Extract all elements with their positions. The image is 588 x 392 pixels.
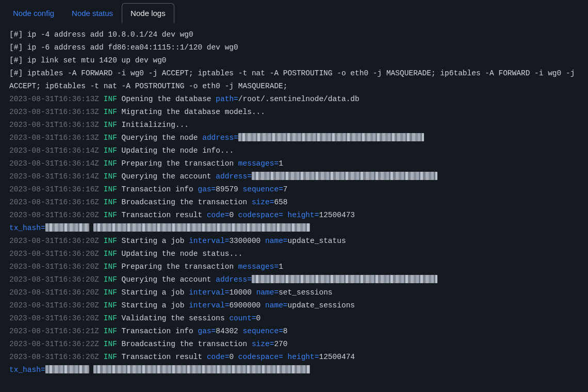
log-value: 8 (283, 327, 288, 335)
log-line: [#] iptables -A FORWARD -i wg0 -j ACCEPT… (9, 67, 579, 93)
log-line: 2023-08-31T16:36:20Z INF Updating the no… (9, 248, 579, 260)
log-level: INF (104, 134, 117, 142)
log-timestamp: 2023-08-31T16:36:13Z (9, 134, 99, 142)
log-line: 2023-08-31T16:36:14Z INF Updating the no… (9, 144, 579, 157)
log-value: 1 (279, 263, 283, 271)
log-key: tx_hash= (9, 224, 45, 232)
log-level: INF (104, 275, 117, 284)
log-line: tx_hash= (9, 364, 579, 377)
log-message: Starting a job (122, 288, 185, 297)
log-line: 2023-08-31T16:36:16Z INF Broadcasting th… (9, 196, 579, 209)
log-value: 7 (283, 185, 288, 193)
log-key: name= (265, 301, 288, 309)
log-line: 2023-08-31T16:36:14Z INF Preparing the t… (9, 157, 579, 170)
log-timestamp: 2023-08-31T16:36:22Z (9, 340, 99, 348)
log-level: INF (104, 211, 117, 219)
log-level: INF (104, 159, 117, 168)
log-message: Preparing the transaction (122, 159, 234, 168)
log-key: count= (229, 314, 256, 322)
tab-bar: Node config Node status Node logs (0, 0, 588, 23)
log-level: INF (104, 121, 117, 129)
redacted-value (45, 223, 89, 232)
log-key: address= (216, 172, 252, 181)
tab-node-status[interactable]: Node status (63, 3, 122, 23)
log-message: Transaction result (122, 353, 203, 361)
log-key: gas= (198, 185, 216, 193)
log-timestamp: 2023-08-31T16:36:14Z (9, 159, 99, 168)
log-message: Querying the account (122, 275, 211, 284)
log-key: height= (288, 353, 319, 361)
log-level: INF (104, 146, 117, 155)
log-key: height= (288, 211, 319, 219)
log-key: path= (216, 95, 238, 103)
log-key: interval= (189, 301, 229, 309)
log-value: 89579 (216, 185, 238, 193)
log-level: INF (104, 288, 117, 297)
redacted-value (252, 275, 437, 283)
log-message: Querying the account (122, 172, 211, 181)
log-value: 0 (229, 211, 234, 219)
log-value: 6900000 (229, 301, 260, 309)
log-line: 2023-08-31T16:36:26Z INF Transaction res… (9, 351, 579, 364)
log-level: INF (104, 314, 117, 322)
log-timestamp: 2023-08-31T16:36:14Z (9, 146, 99, 155)
log-key: address= (202, 134, 238, 142)
log-level: INF (104, 95, 117, 103)
log-value: 0 (229, 353, 234, 361)
log-level: INF (104, 108, 117, 116)
log-message: Starting a job (122, 237, 185, 245)
redacted-value (93, 223, 310, 232)
log-value: 658 (274, 198, 287, 206)
log-line: 2023-08-31T16:36:20Z INF Validating the … (9, 312, 579, 325)
log-key: address= (216, 275, 252, 284)
log-line: 2023-08-31T16:36:20Z INF Querying the ac… (9, 273, 579, 286)
log-level: INF (104, 198, 117, 206)
log-message: Transaction info (122, 185, 193, 193)
log-key: messages= (238, 159, 279, 168)
log-line: 2023-08-31T16:36:20Z INF Starting a job … (9, 235, 579, 248)
log-output[interactable]: [#] ip -4 address add 10.8.0.1/24 dev wg… (0, 23, 588, 392)
log-message: Validating the sessions (122, 314, 225, 322)
log-line: 2023-08-31T16:36:14Z INF Querying the ac… (9, 170, 579, 183)
log-line: 2023-08-31T16:36:16Z INF Transaction inf… (9, 183, 579, 196)
log-message: Transaction info (122, 327, 193, 335)
log-timestamp: 2023-08-31T16:36:20Z (9, 237, 99, 245)
redacted-value (45, 365, 89, 373)
log-message: Updating the node info... (122, 146, 234, 155)
log-value: 3300000 (229, 237, 260, 245)
tab-node-config[interactable]: Node config (4, 3, 63, 23)
log-message: Broadcasting the transaction (122, 198, 248, 206)
log-key: messages= (238, 263, 279, 271)
log-level: INF (104, 250, 117, 258)
log-timestamp: 2023-08-31T16:36:20Z (9, 301, 99, 309)
log-value: 270 (274, 340, 287, 348)
log-line: tx_hash= (9, 222, 579, 235)
log-timestamp: 2023-08-31T16:36:13Z (9, 121, 99, 129)
log-value: /root/.sentinelnode/data.db (238, 95, 360, 103)
log-timestamp: 2023-08-31T16:36:20Z (9, 250, 99, 258)
log-timestamp: 2023-08-31T16:36:20Z (9, 211, 99, 219)
log-key: codespace= (238, 353, 283, 361)
redacted-value (252, 172, 437, 180)
log-message: Initializing... (122, 121, 189, 129)
log-level: INF (104, 327, 117, 335)
log-key: name= (265, 237, 288, 245)
log-level: INF (104, 185, 117, 193)
log-key: sequence= (243, 327, 283, 335)
log-level: INF (104, 340, 117, 348)
log-value: 0 (256, 314, 261, 322)
log-timestamp: 2023-08-31T16:36:20Z (9, 314, 99, 322)
log-key: gas= (198, 327, 216, 335)
log-value: 1 (279, 159, 283, 168)
log-value: set_sessions (279, 288, 332, 297)
log-message: Migrating the database models... (122, 108, 265, 116)
log-timestamp: 2023-08-31T16:36:14Z (9, 172, 99, 181)
log-timestamp: 2023-08-31T16:36:21Z (9, 327, 99, 335)
log-value: update_sessions (288, 301, 355, 309)
log-level: INF (104, 172, 117, 181)
log-line: 2023-08-31T16:36:13Z INF Initializing... (9, 119, 579, 132)
redacted-value (238, 133, 424, 141)
log-line: 2023-08-31T16:36:13Z INF Querying the no… (9, 132, 579, 144)
tab-node-logs[interactable]: Node logs (122, 3, 174, 23)
log-line: 2023-08-31T16:36:13Z INF Opening the dat… (9, 93, 579, 106)
